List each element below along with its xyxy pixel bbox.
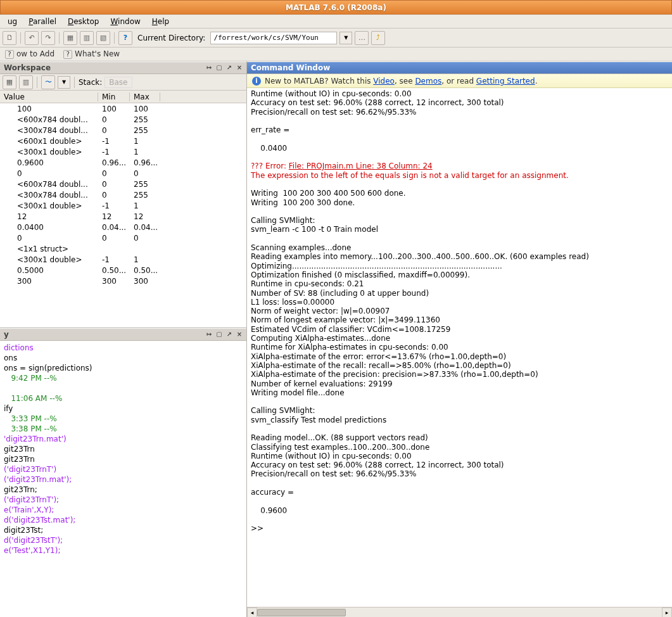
panel-undock-icon[interactable]: ↦ [205, 63, 213, 72]
table-row[interactable]: 0.04000.04...0.04... [0, 222, 246, 232]
demos-link[interactable]: Demos [415, 77, 441, 86]
history-line[interactable]: ('digit23Trn.mat'); [4, 474, 246, 485]
history-line[interactable]: 3:38 PM --% [4, 424, 246, 434]
panel-maximize-icon[interactable]: ↗ [225, 63, 234, 72]
menu-parallel[interactable]: Parallel [23, 16, 61, 27]
separator [20, 32, 21, 44]
col-value[interactable]: Value [0, 92, 98, 101]
panel-maximize-icon[interactable]: ↗ [225, 330, 234, 339]
workspace-panel-title[interactable]: Workspace ↦ ▢ ↗ × [0, 61, 246, 74]
panel-minimize-icon[interactable]: ▢ [215, 63, 224, 72]
history-panel-title[interactable]: y ↦ ▢ ↗ × [0, 328, 246, 341]
undo-button[interactable]: ↶ [25, 31, 39, 45]
history-line[interactable]: git23Trn [4, 444, 246, 454]
history-line[interactable]: 'digit23Trn.mat') [4, 434, 246, 444]
history-line[interactable]: git23Trn [4, 454, 246, 464]
go-up-dir-button[interactable]: ⤴ [371, 31, 385, 45]
table-row[interactable]: <300x1 double>-11 [0, 254, 246, 265]
table-row[interactable]: <300x1 double>-11 [0, 200, 246, 211]
history-line[interactable]: digit23Tst; [4, 525, 246, 535]
history-line[interactable]: e('Train',X,Y); [4, 505, 246, 515]
redo-button[interactable]: ↷ [41, 31, 55, 45]
history-line[interactable]: git23Trn; [4, 485, 246, 495]
browse-dir-button[interactable]: … [355, 31, 369, 45]
menubar: ug Parallel Desktop Window Help [0, 15, 672, 29]
history-body[interactable]: dictionsonsons = sign(predictions) 9:42 … [0, 341, 246, 617]
panel-minimize-icon[interactable]: ▢ [215, 330, 224, 339]
help-button[interactable]: ? [118, 31, 132, 45]
info-icon: i [252, 77, 261, 86]
command-window-title[interactable]: Command Window [247, 61, 672, 74]
separator [59, 32, 60, 44]
workspace-toolbar: ▦ ▥ 〜 ▼ Stack: Base [0, 74, 246, 91]
history-line[interactable] [4, 383, 246, 393]
table-row[interactable]: <300x784 doubl...0255 [0, 189, 246, 200]
command-history-panel: y ↦ ▢ ↗ × dictionsonsons = sign(predicti… [0, 328, 246, 617]
scroll-thumb[interactable] [257, 609, 346, 616]
new-var-button[interactable]: ▦ [3, 75, 16, 89]
table-row[interactable]: 121212 [0, 211, 246, 222]
col-max[interactable]: Max [130, 92, 160, 101]
table-row[interactable]: <600x784 doubl...0255 [0, 179, 246, 189]
table-row[interactable]: 000 [0, 232, 246, 243]
table-row[interactable]: <600x1 double>-11 [0, 136, 246, 146]
history-line[interactable]: ify [4, 404, 246, 414]
open-var-button[interactable]: ▥ [19, 75, 33, 89]
history-line[interactable]: 9:42 PM --% [4, 373, 246, 383]
menu-help[interactable]: Help [147, 16, 174, 27]
horizontal-scrollbar[interactable]: ◂ ▸ [247, 607, 672, 617]
history-line[interactable]: ons [4, 353, 246, 363]
getting-started-link[interactable]: Getting Started [476, 77, 535, 86]
current-dir-label: Current Directory: [135, 34, 208, 42]
current-dir-input[interactable] [210, 32, 337, 44]
history-line[interactable]: dictions [4, 343, 246, 353]
stack-value[interactable]: Base [105, 77, 132, 88]
shortcut-whats-new[interactable]: ?What's New [63, 49, 120, 59]
shortcut-how-to-add[interactable]: ?ow to Add [5, 49, 54, 59]
shortcuts-bar: ?ow to Add ?What's New [0, 48, 672, 61]
command-window-infobar: i New to MATLAB? Watch this Video, see D… [247, 74, 672, 88]
profiler-button[interactable]: ▧ [96, 31, 110, 45]
video-link[interactable]: Video [373, 77, 395, 86]
new-file-button[interactable]: 🗋 [3, 31, 16, 45]
menu-desktop[interactable]: Desktop [63, 16, 105, 27]
table-row[interactable]: <1x1 struct> [0, 243, 246, 254]
scroll-right-arrow[interactable]: ▸ [662, 607, 672, 617]
history-line[interactable]: d('digit23Tst.mat'); [4, 515, 246, 525]
table-row[interactable]: <300x1 double>-11 [0, 146, 246, 157]
history-line[interactable]: 3:33 PM --% [4, 414, 246, 424]
table-row[interactable]: 0.50000.50...0.50... [0, 265, 246, 276]
scroll-left-arrow[interactable]: ◂ [247, 607, 257, 617]
window-title: MATLAB 7.6.0 (R2008a) [286, 3, 386, 12]
stack-label: Stack: [79, 78, 102, 87]
guide-button[interactable]: ▥ [80, 31, 94, 45]
panel-close-icon[interactable]: × [235, 330, 244, 339]
history-line[interactable]: d('digit23TstT'); [4, 535, 246, 545]
history-line[interactable]: ('digit23TrnT'); [4, 495, 246, 505]
panel-close-icon[interactable]: × [235, 63, 244, 72]
error-link[interactable]: File: PROJmain.m Line: 38 Column: 24 [289, 162, 433, 170]
history-line[interactable]: 11:06 AM --% [4, 393, 246, 404]
main-toolbar: 🗋 ↶ ↷ ▦ ▥ ▧ ? Current Directory: ▼ … ⤴ [0, 29, 672, 48]
table-row[interactable]: <300x784 doubl...0255 [0, 125, 246, 136]
window-titlebar: MATLAB 7.6.0 (R2008a) [0, 0, 672, 15]
workspace-table[interactable]: Value Min Max 100100100<600x784 doubl...… [0, 91, 246, 328]
menu-debug[interactable]: ug [3, 16, 22, 27]
table-row[interactable]: 0.96000.96...0.96... [0, 157, 246, 168]
plot-dropdown[interactable]: ▼ [58, 76, 70, 89]
table-row[interactable]: 300300300 [0, 276, 246, 286]
table-row[interactable]: <600x784 doubl...0255 [0, 114, 246, 125]
simulink-button[interactable]: ▦ [63, 31, 77, 45]
table-row[interactable]: 100100100 [0, 103, 246, 114]
command-window-body[interactable]: Runtime (without IO) in cpu-seconds: 0.0… [247, 88, 672, 607]
history-line[interactable]: ('digit23TrnT') [4, 464, 246, 474]
history-line[interactable]: e('Test',X1,Y1); [4, 545, 246, 556]
table-row[interactable]: 000 [0, 168, 246, 179]
menu-window[interactable]: Window [105, 16, 145, 27]
current-dir-dropdown[interactable]: ▼ [339, 32, 352, 44]
col-min[interactable]: Min [98, 92, 130, 101]
separator [114, 32, 115, 44]
history-line[interactable]: ons = sign(predictions) [4, 363, 246, 373]
plot-button[interactable]: 〜 [41, 75, 55, 89]
panel-undock-icon[interactable]: ↦ [205, 330, 213, 339]
